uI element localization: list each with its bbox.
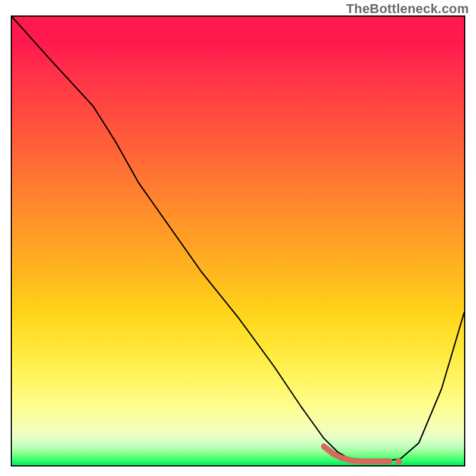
main-curve <box>12 17 464 462</box>
plot-area <box>11 15 465 466</box>
accent-dot <box>395 458 402 465</box>
chart-root: TheBottleneck.com <box>0 0 476 476</box>
watermark-text: TheBottleneck.com <box>346 1 469 17</box>
curve-overlay <box>12 17 464 465</box>
